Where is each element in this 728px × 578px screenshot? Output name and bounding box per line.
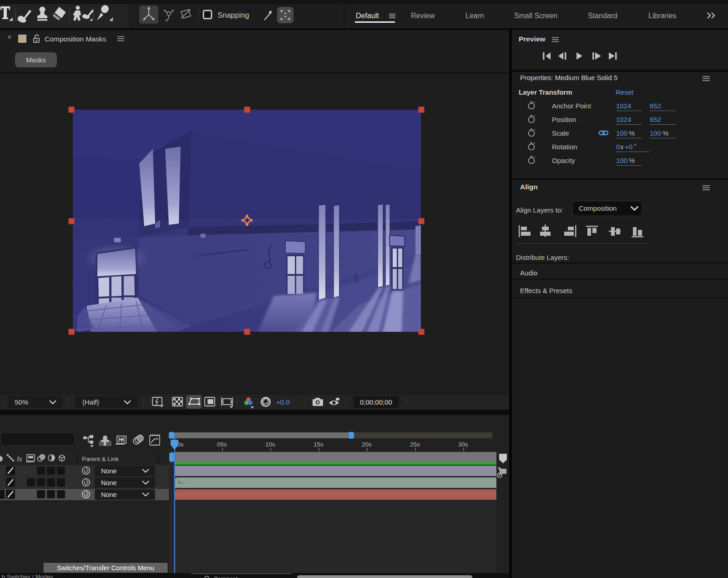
svg-text:25s: 25s <box>410 441 420 448</box>
svg-text:Opacity: Opacity <box>552 157 575 164</box>
svg-text:fx: fx <box>17 455 22 463</box>
svg-text:0: 0 <box>616 143 620 151</box>
svg-text:Scale: Scale <box>552 129 569 137</box>
svg-text:100: 100 <box>616 129 627 137</box>
svg-text:+0: +0 <box>625 143 632 151</box>
svg-text:%: % <box>629 129 635 137</box>
svg-text:100: 100 <box>616 157 627 164</box>
svg-text:Snapping: Snapping <box>217 11 249 19</box>
svg-text:None: None <box>101 479 117 487</box>
svg-text:15s: 15s <box>313 441 324 448</box>
svg-text:°: ° <box>634 142 637 150</box>
svg-text:Parent & Link: Parent & Link <box>82 456 119 462</box>
svg-text:50%: 50% <box>15 398 28 406</box>
svg-text:Rotation: Rotation <box>552 143 577 151</box>
svg-text:1024: 1024 <box>616 116 631 123</box>
svg-text:652: 652 <box>650 116 661 123</box>
svg-text:Anchor Point: Anchor Point <box>552 102 592 110</box>
svg-text:100: 100 <box>650 129 661 137</box>
svg-text:20s: 20s <box>362 441 372 448</box>
svg-text:Position: Position <box>552 116 576 123</box>
svg-text:652: 652 <box>650 102 661 110</box>
svg-text:(Half): (Half) <box>82 398 99 406</box>
svg-text:%: % <box>662 129 668 137</box>
svg-text:%: % <box>629 157 635 164</box>
svg-text:30s: 30s <box>458 441 468 448</box>
svg-text:x: x <box>620 143 624 151</box>
svg-text:05s: 05s <box>217 441 227 448</box>
svg-text:1024: 1024 <box>616 102 631 110</box>
svg-text:None: None <box>101 467 117 475</box>
svg-text:10s: 10s <box>265 441 275 448</box>
svg-text:None: None <box>101 491 117 498</box>
svg-text:+0.0: +0.0 <box>276 398 290 406</box>
svg-text:0;00;00;00: 0;00;00;00 <box>360 398 392 406</box>
